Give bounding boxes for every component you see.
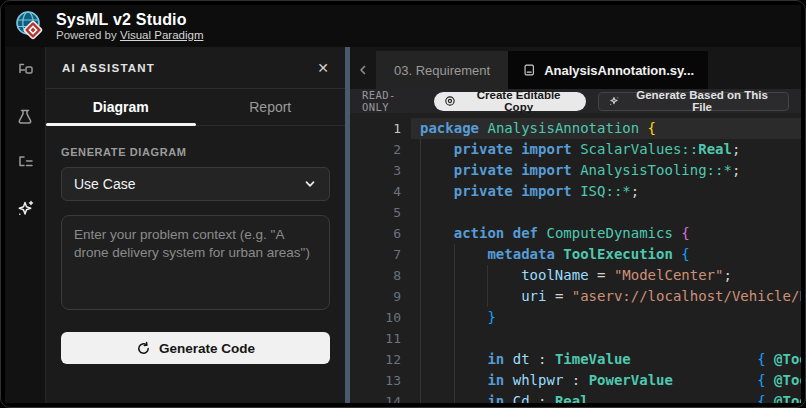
app-subtitle: Powered by Visual Paradigm — [56, 29, 203, 42]
tab-analysisannotation[interactable]: AnalysisAnnotation.sy... — [508, 51, 708, 89]
target-circle-icon — [444, 95, 456, 107]
problem-context-input[interactable] — [61, 215, 330, 310]
tab-03-requirement[interactable]: 03. Requirement — [376, 51, 508, 89]
generate-code-button[interactable]: Generate Code — [61, 332, 330, 364]
code-line-content: private import AnalysisTooling::*; — [411, 160, 801, 181]
line-number: 2 — [350, 139, 411, 160]
ai-panel-title: AI ASSISTANT — [62, 62, 155, 74]
create-copy-label: Create Editable Copy — [461, 89, 576, 113]
active-tab-label: AnalysisAnnotation.sy... — [544, 63, 694, 78]
code-line-content: uri = "aserv://localhost/Vehicle/Eng — [411, 286, 801, 307]
generate-diagram-label: GENERATE DIAGRAM — [61, 146, 330, 158]
code-line[interactable]: 8 toolName = "ModelCenter"; — [350, 265, 801, 286]
tab-scroll-left-icon[interactable] — [350, 51, 376, 89]
line-number: 10 — [350, 307, 411, 328]
line-number: 9 — [350, 286, 411, 307]
code-line[interactable]: 11 — [350, 328, 801, 349]
activity-bar — [5, 47, 45, 403]
code-line[interactable]: 7 metadata ToolExecution { — [350, 244, 801, 265]
code-line[interactable]: 14 in Cd : Real { @ToolVar — [350, 391, 801, 403]
line-number: 14 — [350, 391, 411, 403]
document-icon — [522, 63, 536, 77]
tab-report[interactable]: Report — [196, 89, 346, 125]
code-line-content: } — [411, 307, 801, 328]
ai-assistant-panel: AI ASSISTANT ✕ Diagram Report GENERATE D… — [45, 47, 345, 403]
generate-file-label: Generate Based on This File — [625, 89, 779, 113]
code-line[interactable]: 13 in whlpwr : PowerValue { @ToolVar — [350, 370, 801, 391]
chevron-down-icon — [303, 177, 317, 191]
editor-tabstrip: 03. Requirement AnalysisAnnotation.sy... — [350, 47, 801, 89]
sparkle-icon — [608, 95, 620, 107]
code-line-content: metadata ToolExecution { — [411, 244, 801, 265]
generate-code-label: Generate Code — [159, 341, 255, 356]
code-line-content: private import ScalarValues::Real; — [411, 139, 801, 160]
ai-sparkle-icon[interactable] — [13, 197, 37, 221]
app-title: SysML v2 Studio — [56, 11, 203, 29]
diagram-type-select[interactable]: Use Case — [61, 167, 330, 201]
list-tree-icon[interactable] — [13, 151, 37, 175]
line-number: 4 — [350, 181, 411, 202]
code-line[interactable]: 5 — [350, 202, 801, 223]
code-line-content: package AnalysisAnnotation { — [411, 118, 801, 139]
code-line[interactable]: 10 } — [350, 307, 801, 328]
code-line-content — [411, 328, 801, 349]
create-editable-copy-button[interactable]: Create Editable Copy — [434, 92, 586, 111]
code-line-content: private import ISQ::*; — [411, 181, 801, 202]
visual-paradigm-link[interactable]: Visual Paradigm — [120, 29, 204, 41]
code-line[interactable]: 2 private import ScalarValues::Real; — [350, 139, 801, 160]
line-number: 13 — [350, 370, 411, 391]
generate-based-on-file-button[interactable]: Generate Based on This File — [598, 92, 789, 111]
code-line[interactable]: 6 action def ComputeDynamics { — [350, 223, 801, 244]
line-number: 11 — [350, 328, 411, 349]
code-line-content: action def ComputeDynamics { — [411, 223, 801, 244]
flask-icon[interactable] — [13, 105, 37, 129]
code-line[interactable]: 3 private import AnalysisTooling::*; — [350, 160, 801, 181]
close-icon[interactable]: ✕ — [317, 61, 329, 75]
app-header: SysML v2 Studio Powered by Visual Paradi… — [5, 5, 801, 47]
type-hierarchy-icon[interactable] — [13, 59, 37, 83]
code-line[interactable]: 9 uri = "aserv://localhost/Vehicle/Eng — [350, 286, 801, 307]
code-area[interactable]: 1package AnalysisAnnotation {2 private i… — [350, 113, 801, 403]
editor-toolbar: READ-ONLY Create Editable Copy Generate … — [350, 89, 801, 113]
line-number: 5 — [350, 202, 411, 223]
tab-diagram[interactable]: Diagram — [46, 89, 196, 125]
line-number: 6 — [350, 223, 411, 244]
line-number: 7 — [350, 244, 411, 265]
code-line-content — [411, 202, 801, 223]
ai-panel-tabs: Diagram Report — [46, 89, 345, 126]
code-editor: 03. Requirement AnalysisAnnotation.sy...… — [350, 47, 801, 403]
code-line-content: in dt : TimeValue { @ToolVar — [411, 349, 801, 370]
line-number: 3 — [350, 160, 411, 181]
code-line-content: toolName = "ModelCenter"; — [411, 265, 801, 286]
diagram-type-value: Use Case — [74, 176, 135, 192]
line-number: 8 — [350, 265, 411, 286]
app-window: SysML v2 Studio Powered by Visual Paradi… — [0, 0, 806, 408]
line-number: 1 — [350, 118, 411, 139]
line-number: 12 — [350, 349, 411, 370]
visual-paradigm-logo-icon — [13, 9, 47, 43]
code-lines: 1package AnalysisAnnotation {2 private i… — [350, 118, 801, 403]
code-line[interactable]: 4 private import ISQ::*; — [350, 181, 801, 202]
code-line-content: in whlpwr : PowerValue { @ToolVar — [411, 370, 801, 391]
readonly-badge: READ-ONLY — [362, 89, 422, 113]
code-line[interactable]: 1package AnalysisAnnotation { — [350, 118, 801, 139]
subtitle-prefix: Powered by — [56, 29, 120, 41]
code-line-content: in Cd : Real { @ToolVar — [411, 391, 801, 403]
refresh-icon — [136, 341, 151, 356]
code-line[interactable]: 12 in dt : TimeValue { @ToolVar — [350, 349, 801, 370]
